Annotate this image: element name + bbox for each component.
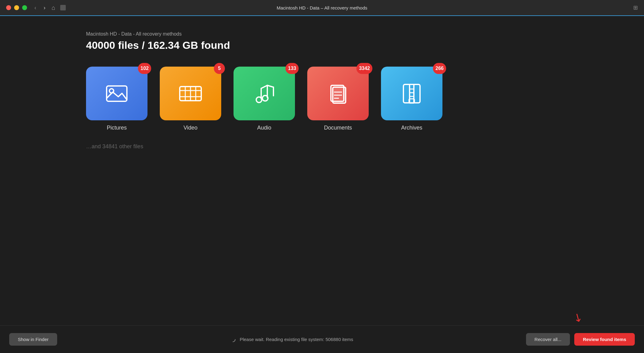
category-cards-row: 102 Pictures 5 (86, 67, 558, 131)
card-audio-wrapper[interactable]: 133 Audio (234, 67, 295, 131)
nav-buttons: ‹ › (33, 5, 47, 11)
label-archives: Archives (401, 125, 422, 131)
badge-documents: 3342 (356, 63, 372, 74)
badge-archives: 266 (433, 63, 446, 74)
traffic-lights (6, 5, 27, 10)
svg-point-20 (231, 337, 235, 342)
card-video-wrapper[interactable]: 5 Video (160, 67, 221, 131)
card-pictures[interactable]: 102 (86, 67, 147, 120)
badge-video: 5 (214, 63, 225, 74)
minimize-button[interactable] (14, 5, 19, 10)
video-icon (177, 80, 204, 107)
maximize-button[interactable] (22, 5, 27, 10)
main-content: Macintosh HD - Data - All recovery metho… (0, 16, 644, 165)
documents-icon (324, 80, 352, 107)
label-audio: Audio (257, 125, 271, 131)
arrow-indicator: ↘ (571, 309, 585, 325)
card-documents[interactable]: 3342 (307, 67, 369, 120)
spinner-icon (230, 336, 236, 343)
badge-audio: 133 (285, 63, 299, 74)
footer-status: Please wait. Reading existing file syste… (57, 336, 526, 343)
pictures-icon (103, 80, 131, 107)
card-audio[interactable]: 133 (234, 67, 295, 120)
card-video[interactable]: 5 (160, 67, 221, 120)
card-documents-wrapper[interactable]: 3342 Documents (307, 67, 369, 131)
stop-button[interactable] (60, 5, 66, 10)
svg-rect-0 (107, 86, 127, 101)
forward-button[interactable]: › (42, 5, 47, 11)
window-title: Macintosh HD - Data – All recovery metho… (277, 5, 367, 10)
card-pictures-wrapper[interactable]: 102 Pictures (86, 67, 147, 131)
other-files-text: …and 34841 other files (86, 143, 558, 150)
review-found-items-button[interactable]: Review found items (574, 333, 635, 346)
svg-point-8 (256, 97, 262, 103)
footer-right-buttons: Recover all... Review found items (526, 333, 635, 346)
label-video: Video (183, 125, 198, 131)
reader-button[interactable]: ⊞ (633, 4, 638, 11)
audio-icon (250, 80, 278, 107)
status-text: Please wait. Reading existing file syste… (240, 337, 353, 342)
recover-all-button[interactable]: Recover all... (526, 333, 570, 346)
card-archives-wrapper[interactable]: 266 Archives (381, 67, 442, 131)
svg-rect-15 (403, 84, 420, 103)
home-button[interactable]: ⌂ (52, 4, 55, 11)
card-archives[interactable]: 266 (381, 67, 442, 120)
back-button[interactable]: ‹ (33, 5, 37, 11)
label-documents: Documents (324, 125, 352, 131)
svg-point-9 (262, 95, 268, 101)
show-in-finder-button[interactable]: Show in Finder (9, 333, 57, 346)
badge-pictures: 102 (138, 63, 151, 74)
label-pictures: Pictures (107, 125, 127, 131)
page-subtitle: Macintosh HD - Data - All recovery metho… (86, 31, 558, 37)
archives-icon (398, 80, 426, 107)
page-headline: 40000 files / 162.34 GB found (86, 39, 558, 51)
footer: Show in Finder Please wait. Reading exis… (0, 325, 644, 353)
close-button[interactable] (6, 5, 11, 10)
title-bar: ‹ › ⌂ Macintosh HD - Data – All recovery… (0, 0, 644, 16)
